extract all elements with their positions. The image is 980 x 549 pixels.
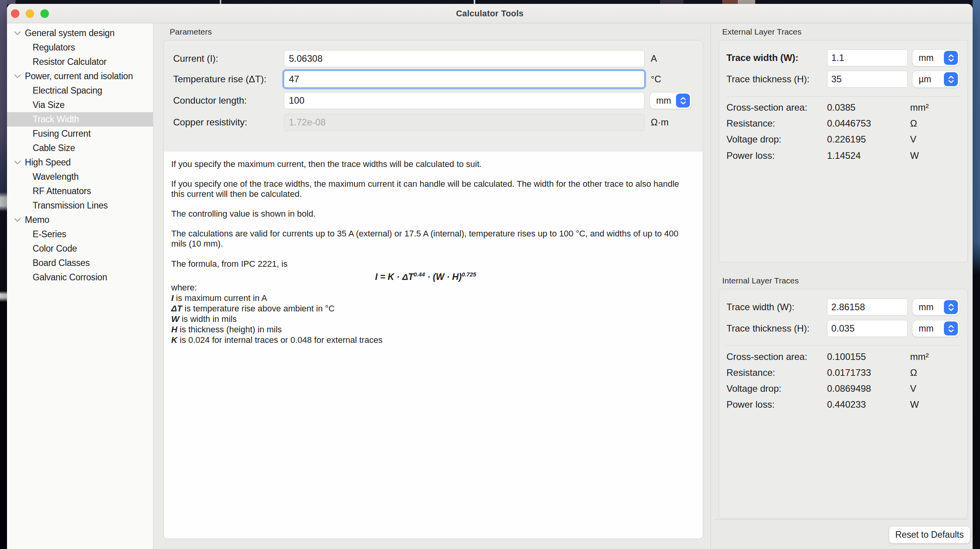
internal-trace-width-input[interactable] <box>827 299 908 316</box>
conductor-length-label: Conductor length: <box>173 92 247 109</box>
sidebar-item-resistor-calculator[interactable]: Resistor Calculator <box>7 55 153 69</box>
sidebar-item-high-speed[interactable]: High Speed <box>7 155 153 170</box>
unit-select-value: mm <box>919 323 933 334</box>
sidebar-item-wavelength[interactable]: Wavelength <box>7 170 153 184</box>
sidebar-item-label: Track Width <box>33 114 79 125</box>
current-unit-label: A <box>651 50 657 67</box>
stepper-icon <box>944 321 958 335</box>
external-layer-traces-box: Trace width (W): mm Trace thickness (H):… <box>719 40 968 262</box>
desktop-left-strip <box>0 0 7 549</box>
sidebar-item-fusing-current[interactable]: Fusing Current <box>7 127 153 141</box>
external-voltage-drop-label: Voltage drop: <box>726 134 781 145</box>
sidebar-item-label: Galvanic Corrosion <box>33 272 107 283</box>
where-line: H is thickness (height) in mils <box>171 324 691 335</box>
window-title: Calculator Tools <box>456 9 524 19</box>
external-voltage-drop-value: 0.226195 <box>827 134 866 145</box>
parameters-group-box: Current (I): A Temperature rise (ΔT): °C… <box>163 40 703 539</box>
external-trace-width-unit-select[interactable]: mm <box>912 49 960 66</box>
internal-trace-thickness-input[interactable] <box>827 320 908 337</box>
unit-select-value: mm <box>919 53 933 63</box>
sidebar-item-label: Memo <box>25 215 49 225</box>
where-line: ΔT is temperature rise above ambient in … <box>171 303 691 314</box>
layer-traces-panel: External Layer Traces Trace width (W): m… <box>711 23 973 549</box>
sidebar-item-label: Power, current and isolation <box>25 71 133 82</box>
chevron-down-icon[interactable] <box>13 158 22 167</box>
where-text: is temperature rise above ambient in °C <box>182 304 335 313</box>
close-window-button[interactable] <box>11 9 19 18</box>
unit-select-value: µm <box>919 74 931 85</box>
minimize-window-button[interactable] <box>26 9 34 18</box>
sidebar-item-e-series[interactable]: E-Series <box>7 227 153 241</box>
help-paragraph: If you specify the maximum current, then… <box>171 159 690 169</box>
sidebar-item-label: E-Series <box>33 229 66 240</box>
copper-resistivity-row: Copper resistivity: Ω·m <box>164 114 703 131</box>
external-trace-thickness-label: Trace thickness (H): <box>726 71 810 88</box>
sidebar-item-transmission-lines[interactable]: Transmission Lines <box>7 198 153 213</box>
internal-power-loss-value: 0.440233 <box>827 399 866 410</box>
sidebar-item-track-width[interactable]: Track Width <box>7 112 153 127</box>
sidebar-item-via-size[interactable]: Via Size <box>7 98 153 112</box>
sidebar-item-memo[interactable]: Memo <box>7 213 153 227</box>
internal-trace-thickness-unit-select[interactable]: mm <box>912 320 960 337</box>
copper-resistivity-unit-label: Ω·m <box>651 114 669 131</box>
internal-power-loss-label: Power loss: <box>726 399 775 410</box>
chevron-down-icon[interactable] <box>13 216 22 224</box>
chevron-down-icon[interactable] <box>13 29 22 38</box>
sidebar-item-label: High Speed <box>25 157 71 168</box>
internal-voltage-drop-unit: V <box>910 383 916 394</box>
sidebar-item-galvanic-corrosion[interactable]: Galvanic Corrosion <box>7 270 153 285</box>
internal-area-unit: mm² <box>910 351 929 363</box>
external-trace-width-input[interactable] <box>827 49 908 66</box>
where-symbol: ΔT <box>171 304 182 313</box>
temperature-rise-input[interactable] <box>284 71 645 88</box>
sidebar-item-label: Color Code <box>33 243 77 254</box>
external-trace-thickness-unit-select[interactable]: µm <box>912 71 960 88</box>
sidebar-item-label: Regulators <box>33 42 75 53</box>
reset-to-defaults-button[interactable]: Reset to Defaults <box>889 526 970 544</box>
internal-power-loss-unit: W <box>910 399 919 410</box>
sidebar-item-cable-size[interactable]: Cable Size <box>7 141 153 155</box>
external-power-loss-value: 1.14524 <box>827 150 861 162</box>
internal-area-label: Cross-section area: <box>726 351 807 363</box>
internal-trace-width-label: Trace width (W): <box>726 299 794 316</box>
external-trace-thickness-input[interactable] <box>827 71 908 88</box>
help-paragraph: The controlling value is shown in bold. <box>171 209 690 219</box>
where-text: is maximum current in A <box>174 293 267 303</box>
current-input[interactable] <box>284 50 645 67</box>
track-width-main-panel: Parameters Current (I): A Temperature ri… <box>153 23 711 549</box>
external-trace-width-label: Trace width (W): <box>726 49 798 66</box>
copper-resistivity-input <box>284 114 645 131</box>
external-area-label: Cross-section area: <box>726 102 807 113</box>
current-label: Current (I): <box>173 50 218 67</box>
conductor-length-unit-select[interactable]: mm <box>650 92 692 109</box>
where-line: I is maximum current in A <box>171 293 691 303</box>
sidebar-item-rf-attenuators[interactable]: RF Attenuators <box>7 184 153 198</box>
sidebar-item-power-current-isolation[interactable]: Power, current and isolation <box>7 69 153 83</box>
internal-trace-width-unit-select[interactable]: mm <box>912 299 960 316</box>
sidebar-item-label: Transmission Lines <box>33 200 108 211</box>
internal-resistance-label: Resistance: <box>726 367 775 379</box>
parameters-group-title: Parameters <box>170 27 212 36</box>
sidebar-item-electrical-spacing[interactable]: Electrical Spacing <box>7 83 153 98</box>
chevron-down-icon[interactable] <box>13 72 22 81</box>
sidebar-item-label: Resistor Calculator <box>33 57 107 67</box>
sidebar-item-board-classes[interactable]: Board Classes <box>7 256 153 270</box>
sidebar-item-color-code[interactable]: Color Code <box>7 241 153 256</box>
internal-voltage-drop-value: 0.0869498 <box>827 383 871 394</box>
where-text: is width in mils <box>179 314 237 324</box>
window-titlebar[interactable]: Calculator Tools <box>7 4 973 23</box>
zoom-window-button[interactable] <box>40 9 49 18</box>
external-resistance-unit: Ω <box>910 118 917 129</box>
divider <box>726 345 959 346</box>
stepper-icon <box>944 72 958 86</box>
formula-part: · (W · H) <box>425 272 462 282</box>
desktop-right-strip <box>973 0 980 549</box>
conductor-length-input[interactable] <box>284 92 645 109</box>
unit-select-value: mm <box>919 302 933 313</box>
formula-part: I = K · ΔT <box>375 272 414 282</box>
divider <box>726 96 959 97</box>
sidebar-item-general-system-design[interactable]: General system design <box>7 26 153 40</box>
external-power-loss-label: Power loss: <box>726 150 775 162</box>
sidebar-item-label: Electrical Spacing <box>33 85 102 96</box>
sidebar-item-regulators[interactable]: Regulators <box>7 40 153 55</box>
